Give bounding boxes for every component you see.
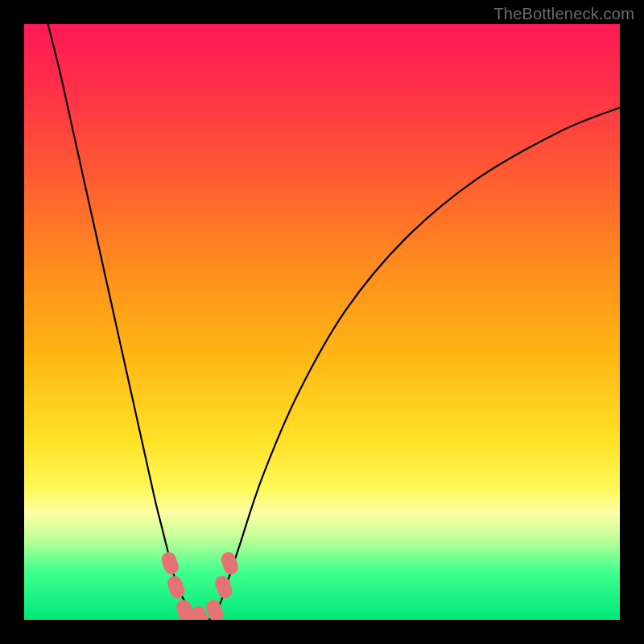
curve-marker: [159, 550, 180, 576]
watermark-text: TheBottleneck.com: [493, 5, 634, 23]
curve-marker: [165, 574, 186, 600]
plot-area: [24, 24, 620, 620]
bottleneck-curve: [24, 24, 620, 620]
chart-frame: TheBottleneck.com: [0, 0, 644, 644]
curve-marker: [213, 574, 234, 600]
